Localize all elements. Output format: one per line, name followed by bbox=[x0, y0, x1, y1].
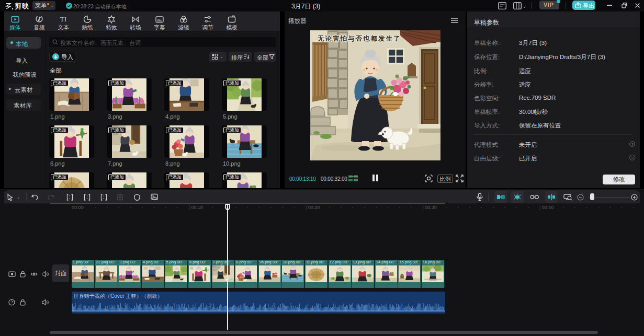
svg-text:TI: TI bbox=[60, 15, 66, 23]
svg-text:无论害怕与否也都发生了: 无论害怕与否也都发生了 bbox=[317, 35, 401, 42]
